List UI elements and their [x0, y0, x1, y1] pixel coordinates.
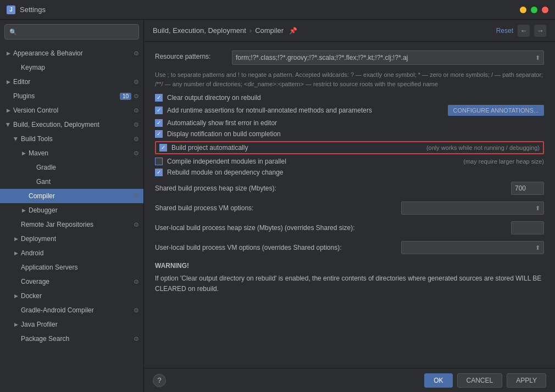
resource-patterns-hint: Use ; to separate patterns and ! to nega… [155, 70, 544, 88]
sidebar-item-label: Android [21, 249, 139, 257]
breadcrumb-part1: Build, Execution, Deployment [153, 26, 246, 35]
sidebar-item-version-control[interactable]: ▶ Version Control ⚙ [0, 103, 143, 117]
sidebar-item-deployment[interactable]: ▶ Deployment [0, 232, 143, 246]
cancel-button[interactable]: CANCEL [457, 373, 503, 388]
sidebar-item-package-search[interactable]: Package Search ⚙ [0, 332, 143, 346]
sidebar: 🔍 ▶ Appearance & Behavior ⚙ Keymap ▶ Edi… [0, 20, 144, 392]
sidebar-item-plugins[interactable]: Plugins 10 ⚙ [0, 89, 143, 103]
chevron-open-icon: ▶ [5, 121, 11, 128]
chevron-open-icon: ▶ [13, 135, 19, 143]
content-body: Resource patterns: form;!?*.class;!?*.gr… [144, 42, 555, 368]
sidebar-item-label: Remote Jar Repositories [21, 221, 134, 228]
apply-button[interactable]: APPLY [507, 373, 546, 388]
sidebar-item-android[interactable]: ▶ Android [0, 246, 143, 260]
sidebar-item-appearance[interactable]: ▶ Appearance & Behavior ⚙ [0, 46, 143, 60]
checkbox-clear-output-cb[interactable] [155, 94, 163, 102]
sidebar-item-coverage[interactable]: Coverage ⚙ [0, 275, 143, 289]
title-bar: J Settings [0, 0, 555, 20]
vm-options-row: Shared build process VM options: ⬆ [155, 201, 544, 215]
checkbox-build-auto-cb[interactable] [159, 144, 167, 152]
checkbox-auto-show-error[interactable]: Automatically show first error in editor [155, 119, 544, 127]
sidebar-item-docker[interactable]: ▶ Docker [0, 289, 143, 303]
dialog-footer: ? OK CANCEL APPLY [144, 368, 555, 392]
breadcrumb: Build, Execution, Deployment › Compiler … [153, 26, 496, 35]
sidebar-item-build-tools[interactable]: ▶ Build Tools ⚙ [0, 132, 143, 146]
close-button[interactable] [542, 7, 548, 13]
expand-icon[interactable]: ⬆ [535, 205, 540, 212]
checkbox-clear-output-label: Clear output directory on rebuild [167, 94, 544, 102]
maximize-button[interactable] [531, 7, 537, 13]
sidebar-item-gradle-android[interactable]: Gradle-Android Compiler ⚙ [0, 303, 143, 317]
sidebar-item-gant[interactable]: Gant [0, 175, 143, 189]
breadcrumb-current: Compiler [255, 26, 284, 35]
content-area: Build, Execution, Deployment › Compiler … [144, 20, 555, 392]
reset-button[interactable]: Reset [496, 27, 513, 35]
forward-button[interactable]: → [534, 25, 546, 37]
resource-patterns-input[interactable]: form;!?*.class;!?*.groovy;!?*.scala;!?*.… [232, 51, 544, 65]
checkbox-add-runtime[interactable]: Add runtime assertions for notnull-annot… [155, 105, 544, 116]
resource-patterns-label: Resource patterns: [155, 51, 232, 60]
sidebar-item-maven[interactable]: ▶ Maven ⚙ [0, 146, 143, 160]
window-controls [520, 7, 548, 13]
checkbox-display-notification-cb[interactable] [155, 130, 163, 138]
user-heap-row: User-local build process heap size (Mbyt… [155, 221, 544, 234]
sidebar-item-app-servers[interactable]: Application Servers [0, 260, 143, 275]
app-icon: J [7, 5, 15, 14]
sidebar-item-label: Version Control [13, 107, 134, 114]
sidebar-item-java-profiler[interactable]: ▶ Java Profiler [0, 317, 143, 332]
warning-title: WARNING! [155, 261, 544, 271]
sidebar-item-compiler[interactable]: Compiler ⚙ [0, 189, 143, 203]
checkbox-add-runtime-cb[interactable] [155, 107, 163, 114]
warning-text: If option 'Clear output directory on reb… [155, 273, 544, 294]
checkbox-compile-parallel[interactable]: Compile independent modules in parallel … [155, 158, 544, 165]
sidebar-item-label: Debugger [29, 206, 139, 214]
sidebar-item-label: Compiler [29, 192, 134, 200]
sidebar-content: ▶ Appearance & Behavior ⚙ Keymap ▶ Edito… [0, 44, 143, 392]
checkbox-compile-parallel-label: Compile independent modules in parallel [167, 158, 459, 165]
vm-options-input[interactable]: ⬆ [401, 201, 544, 215]
sidebar-item-debugger[interactable]: ▶ Debugger [0, 203, 143, 217]
chevron-icon: ▶ [12, 236, 20, 242]
checkbox-compile-parallel-cb[interactable] [155, 158, 163, 165]
checkbox-build-auto[interactable]: Build project automatically (only works … [155, 141, 544, 154]
content-header: Build, Execution, Deployment › Compiler … [144, 20, 555, 42]
checkbox-rebuild-module[interactable]: Rebuild module on dependency change [155, 169, 544, 176]
sidebar-item-label: Package Search [21, 335, 134, 343]
search-box[interactable]: 🔍 [4, 24, 139, 40]
heap-size-input[interactable] [511, 182, 544, 195]
settings-icon: ⚙ [134, 150, 139, 157]
expand-icon[interactable]: ⬆ [535, 54, 540, 61]
user-vm-label: User-local build process VM options (ove… [155, 244, 401, 251]
breadcrumb-separator: › [249, 26, 252, 35]
configure-annotations-button[interactable]: CONFIGURE ANNOTATIONS... [448, 105, 544, 116]
help-button[interactable]: ? [153, 374, 166, 387]
sidebar-item-label: Gant [36, 178, 139, 186]
sidebar-item-editor[interactable]: ▶ Editor ⚙ [0, 75, 143, 89]
checkbox-auto-show-error-cb[interactable] [155, 119, 163, 127]
expand-icon[interactable]: ⬆ [535, 244, 540, 251]
sidebar-item-label: Plugins [13, 92, 120, 100]
ok-button[interactable]: OK [424, 373, 452, 388]
heap-size-label: Shared build process heap size (Mbytes): [155, 184, 511, 192]
sidebar-item-label: Gradle [36, 164, 139, 171]
checkbox-clear-output[interactable]: Clear output directory on rebuild [155, 94, 544, 102]
user-heap-input[interactable] [511, 221, 544, 234]
checkbox-display-notification[interactable]: Display notification on build completion [155, 130, 544, 138]
sidebar-item-gradle[interactable]: Gradle [0, 160, 143, 175]
settings-icon: ⚙ [134, 107, 139, 114]
user-vm-input[interactable]: ⬆ [401, 241, 544, 254]
header-actions: Reset ← → [496, 25, 546, 37]
minimize-button[interactable] [520, 7, 526, 13]
settings-icon: ⚙ [134, 278, 139, 285]
checkbox-rebuild-module-label: Rebuild module on dependency change [167, 169, 544, 176]
chevron-icon: ▶ [12, 293, 20, 299]
sidebar-item-label: Appearance & Behavior [13, 49, 134, 57]
chevron-icon: ▶ [20, 208, 27, 213]
checkbox-rebuild-module-cb[interactable] [155, 169, 163, 176]
chevron-icon: ▶ [4, 79, 12, 85]
sidebar-item-remote-jar[interactable]: Remote Jar Repositories ⚙ [0, 217, 143, 232]
checkbox-build-auto-label: Build project automatically [171, 144, 422, 152]
sidebar-item-build-execution[interactable]: ▶ Build, Execution, Deployment ⚙ [0, 117, 143, 132]
sidebar-item-keymap[interactable]: Keymap [0, 60, 143, 75]
back-button[interactable]: ← [518, 25, 530, 37]
